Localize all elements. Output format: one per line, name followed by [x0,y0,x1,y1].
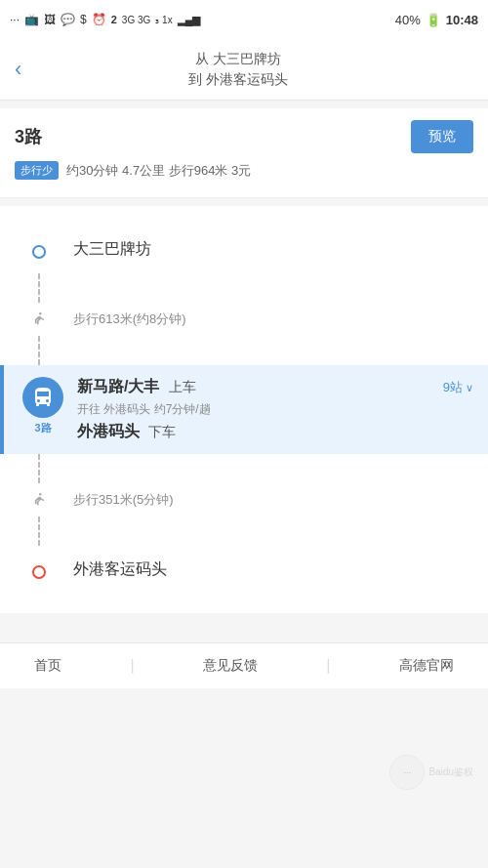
timeline: 大三巴牌坊 步行613米(约8分钟) [0,206,488,613]
stops-badge[interactable]: 9站 ∨ [443,379,473,396]
route-tags: 步行少 约30分钟 4.7公里 步行964米 3元 [15,161,473,180]
route-name: 3路 [15,125,42,148]
walk-less-tag: 步行少 [15,161,59,180]
origin-name: 大三巴牌坊 [63,239,473,260]
destination-row: 外港客运码头 [0,546,488,594]
from-label: 从 大三巴牌坊 [31,49,444,69]
to-label: 到 外港客运码头 [31,69,444,90]
header-title: 从 大三巴牌坊 到 外港客运码头 [31,49,444,90]
status-bar: ··· 📺 🖼 💬 $ ⏰ 2 3G 3G ₃ 1x ▂▄▆ 40% 🔋 10:… [0,0,488,39]
official-nav[interactable]: 高德官网 [399,657,454,675]
alarm-icon: ⏰ [92,13,106,26]
vline-walk1b [0,336,488,365]
network-3g: 3G 3G [122,15,150,25]
walk-icon-1 [29,310,49,330]
origin-row: 大三巴牌坊 [0,226,488,273]
board-action: 上车 [169,379,196,394]
destination-dot [32,565,46,579]
walk-icon-col-1 [15,309,63,330]
walk-icon-2 [29,491,49,511]
alight-action: 下车 [148,424,176,439]
watermark-circle: ··· [389,755,425,790]
alight-stop-name: 外港码头 [77,423,140,439]
dest-dot-col [15,561,63,579]
battery-percent: 40% [395,13,421,27]
back-button[interactable]: ‹ [15,57,21,82]
walk-text-2: 步行351米(5分钟) [63,491,174,509]
tv-icon: 📺 [24,13,39,26]
bus-alight-row: 外港码头 下车 [77,422,473,442]
origin-dot [32,245,46,259]
wechat-icon: 💬 [61,13,75,26]
steps-container: 大三巴牌坊 步行613米(约8分钟) [0,206,488,613]
vline-walk1 [0,273,488,303]
watermark-dots: ··· [404,767,412,777]
nav-sep-1: | [130,657,134,675]
header: ‹ 从 大三巴牌坊 到 外港客运码头 [0,39,488,101]
status-left: ··· 📺 🖼 💬 $ ⏰ 2 3G 3G ₃ 1x ▂▄▆ [10,13,200,26]
walk-icon-col-2 [15,489,63,511]
home-nav[interactable]: 首页 [34,657,61,675]
bus-board-info: 新马路/大丰 上车 [77,377,196,397]
walk-step-1: 步行613米(约8分钟) [0,303,488,336]
chevron-down-icon: ∨ [466,382,473,394]
signal-dots: ··· [10,13,20,26]
dashed-line-1b [38,336,40,365]
watermark-text: Baidu鉴权 [428,765,473,779]
dashed-line-1 [38,273,40,303]
bus-icon-col: 3路 [19,377,67,435]
bus-step-inner: 3路 新马路/大丰 上车 9站 ∨ 开往 外港码头 约7分钟/趟 [19,377,473,442]
bus-svg-icon [31,386,55,409]
dashed-line-2 [38,454,40,483]
board-stop-name: 新马路/大丰 [77,378,159,394]
stops-count: 9站 [443,379,463,396]
bottom-nav: 首页 | 意见反馈 | 高德官网 [0,642,488,688]
preview-button[interactable]: 预览 [411,120,473,153]
walk-text-1: 步行613米(约8分钟) [63,310,186,328]
route-card: 3路 预览 步行少 约30分钟 4.7公里 步行964米 3元 [0,108,488,198]
bus-detail-text: 开往 外港码头 约7分钟/趟 [77,401,473,418]
feedback-nav[interactable]: 意见反馈 [203,657,258,675]
bus-step: 3路 新马路/大丰 上车 9站 ∨ 开往 外港码头 约7分钟/趟 [0,365,488,454]
network-lx: ₃ 1x [155,15,172,25]
time-display: 10:48 [446,13,478,27]
destination-name: 外港客运码头 [63,559,473,580]
bus-line-label: 3路 [34,421,51,435]
origin-dot-col [15,241,63,259]
image-icon: 🖼 [44,13,56,26]
nav-sep-2: | [326,657,330,675]
dollar-icon: $ [80,13,87,26]
vline-walk2 [0,454,488,483]
bus-board-row: 新马路/大丰 上车 9站 ∨ [77,377,473,397]
signal-bars: ▂▄▆ [178,14,201,26]
route-header: 3路 预览 [15,120,473,153]
signal-badge: 2 [111,14,117,25]
vline-walk2b [0,517,488,546]
route-info: 约30分钟 4.7公里 步行964米 3元 [66,162,251,180]
battery-icon: 🔋 [426,13,441,27]
bus-icon-circle [22,377,63,418]
dashed-line-2b [38,517,40,546]
status-right: 40% 🔋 10:48 [395,13,478,27]
walk-step-2: 步行351米(5分钟) [0,483,488,517]
bus-content: 新马路/大丰 上车 9站 ∨ 开往 外港码头 约7分钟/趟 外港码头 下车 [77,377,473,442]
watermark: ··· Baidu鉴权 [389,755,473,790]
